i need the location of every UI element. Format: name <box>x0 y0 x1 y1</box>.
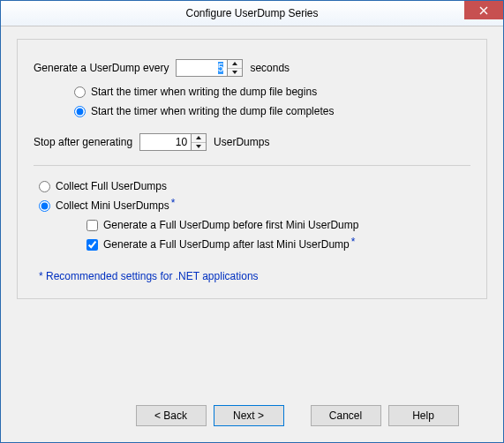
recommend-star-icon: * <box>171 197 176 209</box>
interval-row: Generate a UserDump every 5 seconds <box>34 59 470 77</box>
stop-spinner-buttons <box>191 133 207 151</box>
chevron-up-icon <box>196 136 201 139</box>
close-button[interactable] <box>464 1 503 19</box>
wizard-buttons: < Back Next > Cancel Help <box>1 405 503 426</box>
stop-spin-down[interactable] <box>192 143 206 151</box>
recommend-note: * Recommended settings for .NET applicat… <box>39 270 470 282</box>
titlebar: Configure UserDump Series <box>1 1 503 26</box>
chevron-down-icon <box>196 145 201 148</box>
gen-after-label: Generate a Full UserDump after last Mini… <box>103 238 350 251</box>
settings-panel: Generate a UserDump every 5 seconds Star… <box>17 39 487 299</box>
nav-buttons: < Back Next > <box>136 405 284 426</box>
next-button[interactable]: Next > <box>214 405 284 426</box>
mini-dumps-row[interactable]: Collect Mini UserDumps * <box>39 199 470 212</box>
stop-input[interactable] <box>139 133 191 151</box>
timer-completes-row[interactable]: Start the timer when writing the dump fi… <box>74 105 470 117</box>
timer-begins-row[interactable]: Start the timer when writing the dump fi… <box>74 86 470 98</box>
cancel-button[interactable]: Cancel <box>311 405 381 426</box>
content-area: Generate a UserDump every 5 seconds Star… <box>1 26 503 299</box>
interval-input[interactable]: 5 <box>176 59 227 77</box>
stop-spinner[interactable] <box>139 133 207 151</box>
chevron-up-icon <box>232 62 237 65</box>
gen-before-checkbox[interactable] <box>87 220 98 231</box>
timer-begins-radio[interactable] <box>74 86 86 98</box>
full-dumps-row[interactable]: Collect Full UserDumps <box>39 180 470 192</box>
gen-before-label: Generate a Full UserDump before first Mi… <box>103 219 358 231</box>
recommend-star-icon: * <box>351 236 356 248</box>
full-dumps-label: Collect Full UserDumps <box>56 180 167 192</box>
mini-dumps-radio[interactable] <box>39 200 50 212</box>
help-button[interactable]: Help <box>388 405 459 426</box>
timer-begins-label: Start the timer when writing the dump fi… <box>91 86 317 98</box>
gen-after-row[interactable]: Generate a Full UserDump after last Mini… <box>87 238 470 251</box>
stop-label-pre: Stop after generating <box>34 136 132 148</box>
interval-spin-up[interactable] <box>228 60 242 69</box>
stop-label-post: UserDumps <box>214 136 269 148</box>
interval-spinner[interactable]: 5 <box>176 59 243 77</box>
window-title: Configure UserDump Series <box>185 7 318 19</box>
back-button[interactable]: < Back <box>136 405 207 426</box>
action-buttons: Cancel Help <box>311 405 459 426</box>
section-divider <box>34 165 470 166</box>
dialog-window: Configure UserDump Series Generate a Use… <box>0 0 504 443</box>
gen-before-row[interactable]: Generate a Full UserDump before first Mi… <box>87 219 470 231</box>
gen-after-checkbox[interactable] <box>87 239 98 251</box>
stop-spin-up[interactable] <box>192 134 206 143</box>
interval-label-post: seconds <box>250 62 290 74</box>
interval-label-pre: Generate a UserDump every <box>34 62 169 74</box>
full-dumps-radio[interactable] <box>39 181 50 192</box>
chevron-down-icon <box>232 71 237 74</box>
interval-spinner-buttons <box>227 59 243 77</box>
stop-row: Stop after generating UserDumps <box>34 133 470 151</box>
close-icon <box>479 6 488 15</box>
timer-completes-label: Start the timer when writing the dump fi… <box>91 105 334 117</box>
timer-completes-radio[interactable] <box>74 106 86 117</box>
mini-dumps-label: Collect Mini UserDumps <box>56 199 169 212</box>
interval-spin-down[interactable] <box>228 69 242 77</box>
